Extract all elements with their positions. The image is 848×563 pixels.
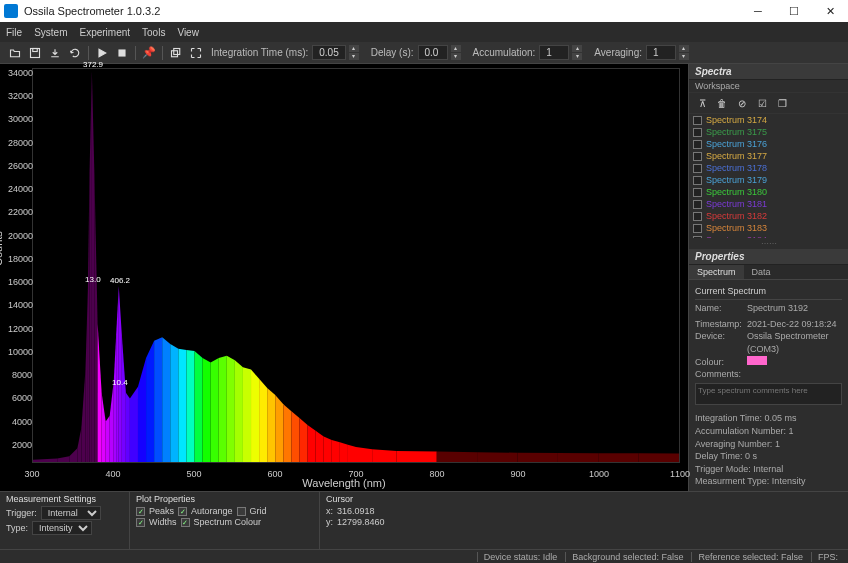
right-sidebar: Spectra Workspace ⊼ 🗑 ⊘ ☑ ❐ Spectrum 317… [688,64,848,491]
plot-area[interactable]: Counts Wavelength (nm) 20004000600080001… [0,64,688,491]
grid-checkbox[interactable]: . [237,507,246,516]
pin-icon[interactable]: 📌 [140,44,158,62]
svg-marker-47 [316,431,324,462]
y-tick: 30000 [8,114,32,124]
list-item[interactable]: Spectrum 3175 [689,126,848,138]
stop-icon[interactable] [113,44,131,62]
svg-marker-54 [396,451,436,462]
layers-icon[interactable] [167,44,185,62]
colour-swatch[interactable] [747,356,767,365]
list-item[interactable]: Spectrum 3182 [689,210,848,222]
tab-spectrum[interactable]: Spectrum [689,265,744,279]
svg-marker-29 [170,344,178,462]
minimize-button[interactable]: ─ [740,0,776,22]
svg-marker-46 [308,425,316,462]
delay-spinner[interactable]: ▴▾ [451,45,461,61]
spectra-header: Spectra [689,64,848,80]
list-item[interactable]: Spectrum 3183 [689,222,848,234]
menu-view[interactable]: View [177,27,199,38]
menu-tools[interactable]: Tools [142,27,165,38]
list-item[interactable]: Spectrum 3179 [689,174,848,186]
save-icon[interactable] [26,44,44,62]
close-button[interactable]: ✕ [812,0,848,22]
type-key: Type: [6,523,28,533]
list-item[interactable]: Spectrum 3177 [689,150,848,162]
svg-marker-58 [558,453,598,462]
app-title: Ossila Spectrometer 1.0.3.2 [24,5,740,17]
type-select[interactable]: Intensity [32,521,92,535]
svg-marker-22 [122,335,126,462]
list-item[interactable]: Spectrum 3181 [689,198,848,210]
menu-bar: File System Experiment Tools View [0,22,848,42]
y-tick: 34000 [8,68,32,78]
list-item[interactable]: Spectrum 3180 [689,186,848,198]
autorange-checkbox[interactable]: ✓ [178,507,187,516]
name-value[interactable]: Spectrum 3192 [747,302,808,315]
menu-experiment[interactable]: Experiment [79,27,130,38]
svg-marker-35 [219,356,227,462]
int-time-input[interactable]: 0.05 [312,45,345,60]
tab-data[interactable]: Data [744,265,779,279]
y-tick: 6000 [8,393,32,403]
y-tick: 26000 [8,161,32,171]
copy-icon[interactable]: ❐ [775,96,789,110]
prop-line: Averaging Number: 1 [695,438,842,451]
toolbar: 📌 Integration Time (ms): 0.05 ▴▾ Delay (… [0,42,848,64]
svg-marker-42 [275,395,283,462]
pin-ws-icon[interactable]: ⊼ [695,96,709,110]
widths-checkbox[interactable]: ✓ [136,518,145,527]
svg-marker-12 [90,71,92,462]
menu-file[interactable]: File [6,27,22,38]
menu-system[interactable]: System [34,27,67,38]
y-tick: 22000 [8,207,32,217]
trigger-key: Trigger: [6,508,37,518]
accum-spinner[interactable]: ▴▾ [572,45,582,61]
y-tick: 24000 [8,184,32,194]
svg-marker-40 [259,379,267,462]
int-time-spinner[interactable]: ▴▾ [349,45,359,61]
properties-header: Properties [689,249,848,265]
avg-input[interactable]: 1 [646,45,676,60]
widths-label: Widths [149,517,177,527]
x-tick: 300 [24,469,39,479]
prop-line: Delay Time: 0 s [695,450,842,463]
speccol-checkbox[interactable]: ✓ [181,518,190,527]
export-icon[interactable] [46,44,64,62]
x-axis-label: Wavelength (nm) [302,477,385,489]
prop-line: Measurment Type: Intensity [695,475,842,488]
prop-line: Integration Time: 0.05 ms [695,412,842,425]
svg-marker-16 [102,393,106,462]
refresh-icon[interactable] [66,44,84,62]
delete-icon[interactable]: 🗑 [715,96,729,110]
spectrum-list[interactable]: Spectrum 3174Spectrum 3175Spectrum 3176S… [689,114,848,238]
y-tick: 18000 [8,254,32,264]
svg-marker-52 [356,447,372,462]
open-icon[interactable] [6,44,24,62]
list-item[interactable]: Spectrum 3178 [689,162,848,174]
svg-rect-2 [119,50,125,56]
properties-body: Current Spectrum Name:Spectrum 3192 Time… [689,280,848,491]
delay-input[interactable]: 0.0 [418,45,448,60]
trigger-select[interactable]: Internal [41,506,101,520]
svg-marker-23 [126,393,130,462]
list-item[interactable]: Spectrum 3176 [689,138,848,150]
accum-input[interactable]: 1 [539,45,569,60]
avg-label: Averaging: [594,47,642,58]
play-icon[interactable] [93,44,111,62]
maximize-button[interactable]: ☐ [776,0,812,22]
bounds-icon[interactable] [187,44,205,62]
ts-key: Timestamp: [695,318,743,331]
workspace-label: Workspace [689,80,848,93]
resize-handle[interactable]: ⋯⋯ [689,238,848,249]
peaks-checkbox[interactable]: ✓ [136,507,145,516]
svg-marker-26 [146,341,154,462]
check-icon[interactable]: ☑ [755,96,769,110]
list-item[interactable]: Spectrum 3174 [689,114,848,126]
peak-label: 372.9 [83,60,103,69]
prop-line: Accumulation Number: 1 [695,425,842,438]
avg-spinner[interactable]: ▴▾ [679,45,689,61]
window-titlebar: Ossila Spectrometer 1.0.3.2 ─ ☐ ✕ [0,0,848,22]
x-tick: 900 [510,469,525,479]
disable-icon[interactable]: ⊘ [735,96,749,110]
comments-input[interactable] [695,383,842,405]
